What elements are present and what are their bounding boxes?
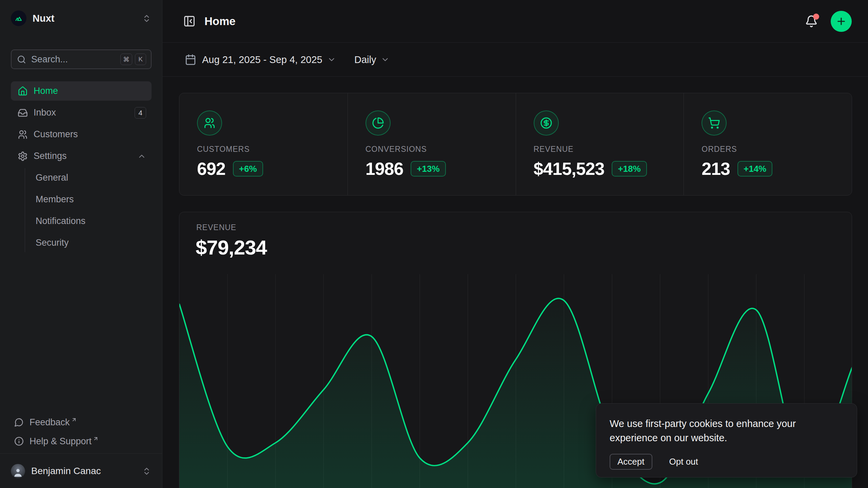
- user-name: Benjamin Canac: [31, 466, 101, 476]
- notification-dot: [813, 14, 819, 20]
- date-range-picker[interactable]: Aug 21, 2025 - Sep 4, 2025: [185, 43, 336, 77]
- users-icon: [197, 110, 222, 136]
- info-circle-icon: [14, 436, 24, 446]
- sub-item-label: Notifications: [36, 216, 85, 226]
- toolbar: Aug 21, 2025 - Sep 4, 2025 Daily: [162, 43, 868, 77]
- opt-out-button[interactable]: Opt out: [669, 456, 698, 467]
- date-range-label: Aug 21, 2025 - Sep 4, 2025: [202, 54, 322, 65]
- calendar-icon: [185, 54, 196, 65]
- sidebar-nav: Home Inbox 4 Customers: [11, 81, 152, 255]
- cookie-message: We use first-party cookies to enhance yo…: [610, 416, 843, 445]
- stat-card-conversions[interactable]: CONVERSIONS 1986 +13%: [348, 93, 516, 195]
- stat-label: CUSTOMERS: [197, 145, 348, 154]
- stat-label: CONVERSIONS: [366, 145, 516, 154]
- search-icon: [17, 55, 26, 64]
- chevrons-up-down-icon: [142, 467, 151, 476]
- gear-icon: [18, 151, 28, 161]
- footer-link-label: Feedback: [29, 417, 70, 428]
- revenue-panel-label: REVENUE: [196, 223, 236, 232]
- cookie-banner: We use first-party cookies to enhance yo…: [596, 403, 857, 477]
- sidebar-item-label: Inbox: [34, 107, 56, 118]
- user-menu[interactable]: Benjamin Canac: [11, 454, 151, 488]
- team-switcher[interactable]: Nuxt: [11, 9, 151, 28]
- stat-card-customers[interactable]: CUSTOMERS 692 +6%: [179, 93, 348, 195]
- sidebar-item-inbox[interactable]: Inbox 4: [11, 103, 152, 122]
- sub-item-label: Security: [36, 238, 69, 248]
- chevron-down-icon: [327, 55, 336, 64]
- revenue-panel-value: $79,234: [196, 236, 267, 259]
- sidebar-item-security[interactable]: Security: [25, 233, 152, 252]
- team-name: Nuxt: [33, 13, 54, 24]
- kbd-k: K: [135, 54, 146, 65]
- chevrons-up-down-icon: [142, 14, 151, 23]
- sub-item-label: General: [36, 172, 68, 183]
- sidebar: Nuxt Search... ⌘ K Home: [0, 0, 162, 488]
- settings-subnav: General Members Notifications Security: [25, 168, 152, 252]
- feedback-link[interactable]: Feedback: [11, 414, 151, 430]
- sidebar-item-label: Home: [34, 86, 58, 96]
- sidebar-footer: Feedback Help & Support: [11, 411, 151, 449]
- dashboard-app: Nuxt Search... ⌘ K Home: [0, 0, 868, 488]
- page-title: Home: [204, 15, 236, 28]
- stat-value: 692: [197, 159, 225, 179]
- sidebar-item-general[interactable]: General: [25, 168, 152, 187]
- notifications-button[interactable]: [805, 15, 818, 28]
- page-header: Home: [162, 0, 868, 43]
- sidebar-divider: [0, 453, 162, 454]
- search-input[interactable]: Search... ⌘ K: [11, 49, 152, 69]
- pie-chart-icon: [366, 110, 391, 136]
- header-actions: [805, 11, 852, 32]
- sub-item-label: Members: [36, 194, 74, 205]
- stat-value: $415,523: [534, 159, 605, 179]
- avatar: [11, 464, 25, 478]
- shopping-cart-icon: [702, 110, 727, 136]
- stat-value: 1986: [366, 159, 403, 179]
- stat-delta-badge: +6%: [233, 161, 263, 177]
- accept-button[interactable]: Accept: [610, 454, 652, 470]
- sidebar-item-notifications[interactable]: Notifications: [25, 211, 152, 230]
- stats-panel: CUSTOMERS 692 +6% CONVERSIONS 1986 +13% …: [179, 93, 852, 196]
- inbox-icon: [18, 108, 28, 118]
- stat-value: 213: [702, 159, 730, 179]
- kbd-cmd: ⌘: [120, 54, 132, 65]
- chevron-down-icon: [381, 55, 390, 64]
- help-support-link[interactable]: Help & Support: [11, 433, 151, 449]
- stat-delta-badge: +18%: [612, 161, 647, 177]
- plus-icon: [836, 16, 847, 27]
- sidebar-item-label: Settings: [34, 151, 67, 161]
- search-placeholder: Search...: [31, 54, 68, 65]
- nuxt-logo-icon: [11, 11, 26, 26]
- search-kbd-group: ⌘ K: [120, 54, 146, 65]
- external-link-icon: [93, 436, 99, 442]
- sidebar-item-settings[interactable]: Settings: [11, 146, 152, 166]
- stat-label: REVENUE: [534, 145, 684, 154]
- external-link-icon: [71, 417, 77, 423]
- sidebar-item-customers[interactable]: Customers: [11, 125, 152, 144]
- stat-delta-badge: +14%: [737, 161, 772, 177]
- users-icon: [18, 129, 28, 140]
- add-button[interactable]: [831, 11, 852, 32]
- sidebar-item-label: Customers: [34, 129, 78, 140]
- house-icon: [18, 86, 28, 96]
- sidebar-toggle-button[interactable]: [183, 15, 196, 27]
- chevron-up-icon: [137, 152, 146, 161]
- panel-left-close-icon: [183, 15, 196, 27]
- sidebar-item-members[interactable]: Members: [25, 190, 152, 209]
- stat-card-orders[interactable]: ORDERS 213 +14%: [684, 93, 852, 195]
- dollar-circle-icon: [534, 110, 559, 136]
- stat-card-revenue[interactable]: REVENUE $415,523 +18%: [516, 93, 684, 195]
- stat-label: ORDERS: [702, 145, 852, 154]
- footer-link-label: Help & Support: [29, 436, 92, 447]
- interval-select[interactable]: Daily: [354, 43, 390, 77]
- interval-label: Daily: [354, 54, 376, 65]
- sidebar-item-home[interactable]: Home: [11, 81, 152, 101]
- inbox-count-badge: 4: [135, 107, 146, 119]
- stat-delta-badge: +13%: [411, 161, 446, 177]
- message-circle-icon: [14, 418, 24, 427]
